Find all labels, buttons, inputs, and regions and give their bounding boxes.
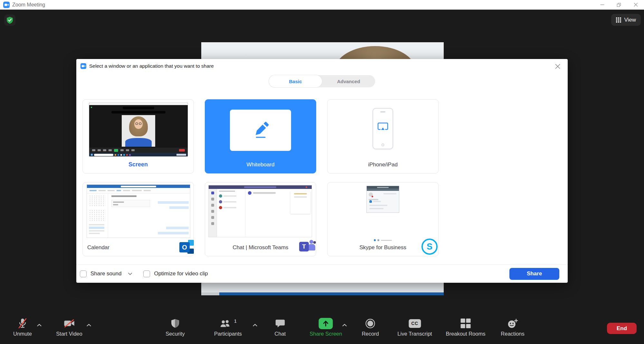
audio-options-chevron-icon[interactable] xyxy=(37,322,42,328)
reactions-label: Reactions xyxy=(501,331,524,337)
chat-bubble-icon xyxy=(275,317,285,330)
live-transcript-label: Live Transcript xyxy=(397,331,432,337)
share-option-label: iPhone/iPad xyxy=(327,162,438,168)
share-sound-label: Share sound xyxy=(90,270,121,277)
share-option-screen[interactable]: Screen xyxy=(82,99,194,173)
unmute-label: Unmute xyxy=(13,331,32,337)
outlook-calendar-thumbnail xyxy=(87,184,190,238)
minimize-icon xyxy=(600,3,604,7)
share-option-teams[interactable]: T Chat | Microsoft Teams xyxy=(205,182,316,256)
video-feed-corner xyxy=(201,292,219,295)
start-video-button[interactable]: Start Video xyxy=(56,317,82,337)
live-transcript-button[interactable]: CC Live Transcript xyxy=(397,317,432,337)
share-option-label: Chat | Microsoft Teams xyxy=(205,244,316,251)
share-option-label: Whiteboard xyxy=(205,162,316,168)
share-button[interactable]: Share xyxy=(509,268,559,280)
share-dialog: Select a window or an application that y… xyxy=(76,59,568,283)
share-option-label: Skype for Business xyxy=(327,244,438,251)
meeting-stage: View Select a window or an application t… xyxy=(0,10,644,344)
share-option-label: Calendar xyxy=(83,244,194,251)
zoom-app-icon xyxy=(3,2,10,8)
participants-icon xyxy=(219,319,232,328)
dialog-close-icon xyxy=(555,64,561,69)
reactions-button[interactable]: Reactions xyxy=(501,317,524,337)
cc-icon: CC xyxy=(409,319,421,328)
chat-label: Chat xyxy=(275,331,286,337)
share-screen-icon xyxy=(319,318,333,329)
share-dialog-header: Select a window or an application that y… xyxy=(76,59,568,73)
share-mode-tabs: Basic Advanced xyxy=(269,75,375,87)
security-label: Security xyxy=(166,331,185,337)
view-grid-icon xyxy=(616,17,621,23)
zoom-dialog-icon xyxy=(80,63,86,69)
share-option-calendar[interactable]: O Calendar xyxy=(82,182,194,256)
participants-button[interactable]: 1 Participants xyxy=(214,317,242,337)
share-screen-label: Share Screen xyxy=(310,331,342,337)
skype-window-thumbnail xyxy=(366,186,399,213)
optimize-video-checkbox[interactable] xyxy=(143,270,150,277)
tab-basic[interactable]: Basic xyxy=(269,75,322,87)
participants-count-badge: 1 xyxy=(234,318,237,324)
smiley-plus-icon xyxy=(507,317,518,330)
security-button[interactable]: Security xyxy=(166,317,185,337)
participant-shirt xyxy=(219,292,444,295)
breakout-rooms-button[interactable]: Breakout Rooms xyxy=(446,317,486,337)
window-title: Zoom Meeting xyxy=(12,2,45,8)
pen-icon xyxy=(250,121,271,140)
skype-call-controls xyxy=(374,239,392,241)
record-label: Record xyxy=(362,331,379,337)
thumbnail-participant xyxy=(122,115,155,147)
share-screen-button[interactable]: Share Screen xyxy=(310,317,342,337)
start-video-label: Start Video xyxy=(56,331,82,337)
share-dialog-footer: Share sound Optimize for video clip Shar… xyxy=(76,264,568,283)
record-icon xyxy=(365,317,375,330)
share-options-grid: Screen Whiteboard xyxy=(82,99,439,256)
teams-window-thumbnail xyxy=(208,185,312,237)
tab-advanced[interactable]: Advanced xyxy=(322,75,375,87)
end-meeting-button[interactable]: End xyxy=(607,323,637,334)
screen-thumbnail xyxy=(89,103,188,157)
participants-options-chevron-icon[interactable] xyxy=(252,322,258,328)
phone-outline-icon xyxy=(373,108,393,149)
dialog-close-button[interactable] xyxy=(554,63,561,70)
shield-icon xyxy=(171,317,180,330)
mic-muted-icon xyxy=(18,317,27,330)
minimize-button[interactable] xyxy=(594,0,611,9)
record-button[interactable]: Record xyxy=(362,317,379,337)
share-option-iphone-ipad[interactable]: iPhone/iPad xyxy=(327,99,439,173)
close-window-button[interactable] xyxy=(627,0,644,9)
share-dialog-title: Select a window or an application that y… xyxy=(89,63,214,69)
meeting-controls-toolbar: Unmute Start Video xyxy=(0,314,644,344)
whiteboard-canvas xyxy=(230,110,291,151)
chat-button[interactable]: Chat xyxy=(275,317,286,337)
optimize-video-label: Optimize for video clip xyxy=(154,270,208,277)
share-option-skype[interactable]: S Skype for Business xyxy=(327,182,439,256)
share-option-label: Screen xyxy=(83,161,194,168)
unmute-button[interactable]: Unmute xyxy=(13,317,32,337)
airplay-icon xyxy=(377,122,389,132)
restore-icon xyxy=(617,3,621,7)
video-muted-icon xyxy=(63,317,75,330)
breakout-grid-icon xyxy=(461,317,471,330)
share-option-whiteboard[interactable]: Whiteboard xyxy=(205,99,316,173)
close-icon xyxy=(634,3,638,7)
breakout-rooms-label: Breakout Rooms xyxy=(446,331,486,337)
restore-button[interactable] xyxy=(611,0,627,9)
share-screen-options-chevron-icon[interactable] xyxy=(342,322,347,328)
view-button-label: View xyxy=(624,17,636,23)
view-button[interactable]: View xyxy=(611,14,641,26)
share-sound-options-chevron-icon[interactable] xyxy=(128,272,132,275)
encryption-shield-icon xyxy=(6,16,13,24)
window-titlebar: Zoom Meeting xyxy=(0,0,644,10)
video-options-chevron-icon[interactable] xyxy=(86,322,91,328)
share-sound-checkbox[interactable] xyxy=(80,270,87,277)
participants-label: Participants xyxy=(214,331,242,337)
meeting-info-shield-button[interactable] xyxy=(4,15,15,26)
